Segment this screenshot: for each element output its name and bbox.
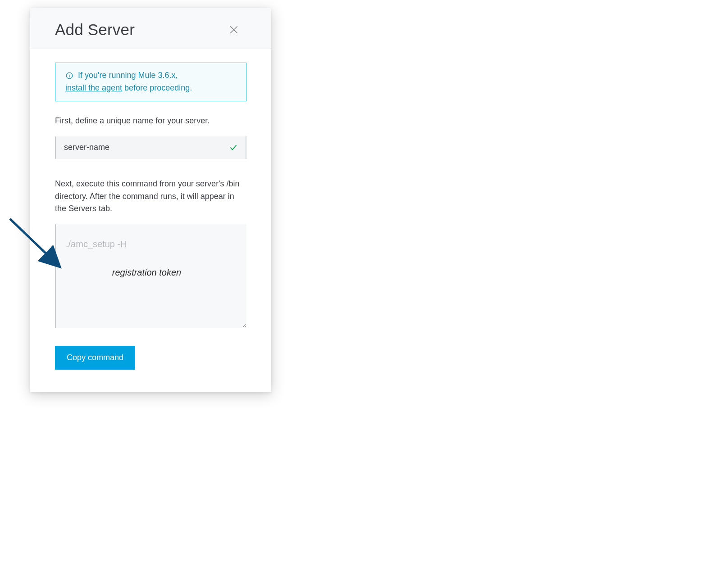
modal-title: Add Server [55,21,135,39]
modal-header: Add Server [30,8,271,49]
info-text-post: before proceeding. [124,83,192,92]
command-textarea[interactable] [56,224,246,328]
copy-command-button[interactable]: Copy command [55,346,135,370]
modal-body: If you're running Mule 3.6.x, install th… [30,49,271,392]
checkmark-icon [229,144,237,152]
step1-text: First, define a unique name for your ser… [55,115,246,127]
add-server-modal: Add Server If you're running Mule 3.6.x, [30,8,271,392]
install-agent-link[interactable]: install the agent [65,83,122,92]
info-banner: If you're running Mule 3.6.x, install th… [55,63,246,101]
server-name-field-wrapper [55,136,246,159]
server-name-input[interactable] [64,143,222,152]
step2-text: Next, execute this command from your ser… [55,178,246,216]
info-icon [65,71,73,79]
close-icon[interactable] [229,25,239,35]
info-text-pre: If you're running Mule 3.6.x, [78,69,178,82]
command-box: registration token [55,224,246,328]
svg-point-4 [69,74,69,74]
